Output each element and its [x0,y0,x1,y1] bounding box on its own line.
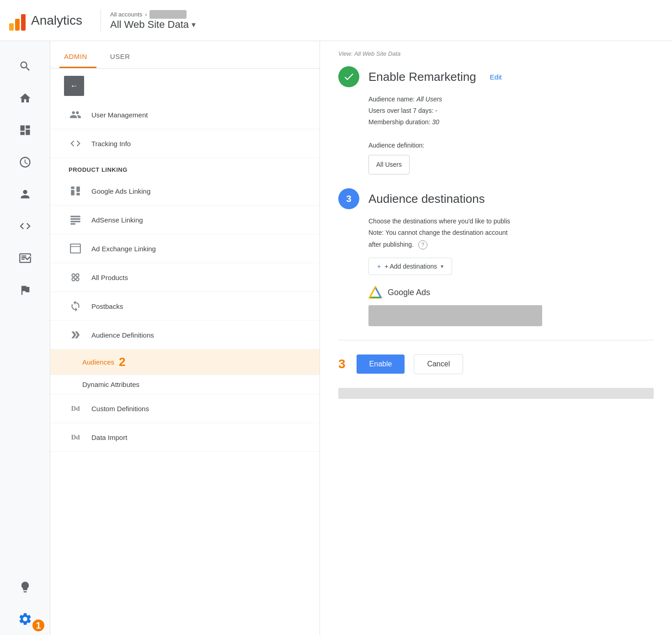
nav-audience[interactable] [0,178,50,210]
edit-link[interactable]: Edit [490,73,502,81]
data-import-label: Data Import [91,434,127,441]
submenu-dynamic-attributes[interactable]: Dynamic Attributes [50,375,320,394]
site-data-selector[interactable]: All Web Site Data ▾ [110,19,196,31]
icon-nav: 1 [0,41,50,635]
remarketing-details: Audience name: All Users Users over last… [368,94,654,175]
nav-search[interactable] [0,50,50,82]
menu-adsense-linking[interactable]: AdSense Linking [50,206,320,234]
nav-realtime[interactable] [0,146,50,178]
step-1-badge: 1 [32,619,44,631]
svg-rect-4 [70,216,80,217]
action-row: 3 Enable Cancel [338,354,654,374]
google-ads-account-bar [368,305,542,326]
nav-discover[interactable] [0,571,50,603]
svg-point-12 [72,278,75,281]
nav-behavior[interactable] [0,242,50,274]
cancel-button[interactable]: Cancel [414,354,463,374]
step-check-circle [338,66,359,87]
menu-tracking-info[interactable]: Tracking Info [50,129,320,158]
logo-bar-3 [21,14,26,31]
svg-rect-6 [70,221,80,222]
product-linking-section: PRODUCT LINKING [50,158,320,177]
adsense-linking-label: AdSense Linking [91,216,143,224]
svg-rect-7 [70,223,75,225]
ad-exchange-linking-icon [69,242,82,255]
main-layout: 1 ADMIN USER ← User Management Tracking … [0,41,672,635]
google-ads-name: Google Ads [388,288,430,297]
nav-admin[interactable]: 1 [0,603,50,635]
app-title: Analytics [31,13,82,28]
google-ads-linking-icon [69,184,82,198]
svg-line-19 [370,287,375,297]
tab-admin[interactable]: ADMIN [59,53,96,68]
tab-user[interactable]: USER [106,53,139,68]
menu-all-products[interactable]: All Products [50,263,320,292]
audience-destinations-title: Audience destinations [368,192,485,206]
google-ads-destination: Google Ads [368,286,654,326]
adsense-linking-icon [69,213,82,227]
all-products-icon [69,270,82,284]
step-remarketing-header: Enable Remarketing Edit [338,66,654,87]
postbacks-label: Postbacks [91,302,123,310]
analytics-logo [9,11,26,31]
submenu-audiences[interactable]: Audiences 2 [50,349,320,375]
menu-data-import[interactable]: Dd Data Import [50,423,320,452]
dynamic-attributes-label: Dynamic Attributes [82,381,139,388]
tracking-info-icon [69,137,82,150]
step-2-badge: 2 [119,355,125,369]
enable-button[interactable]: Enable [357,355,405,374]
all-accounts-breadcrumb[interactable]: All accounts › ███████ [110,10,196,19]
logo-bar-1 [9,23,14,31]
step-remarketing-section: Enable Remarketing Edit Audience name: A… [338,66,654,175]
logo-area: Analytics [9,11,82,31]
audience-definitions-label: Audience Definitions [91,331,154,339]
custom-definitions-label: Custom Definitions [91,405,149,413]
membership-row: Membership duration: 30 [368,116,654,128]
step-3-action-badge: 3 [338,357,346,371]
audience-destinations-header: 3 Audience destinations [338,188,654,209]
step-3-circle: 3 [338,188,359,209]
chevron-down-icon: ▾ [441,263,443,270]
divider [338,340,654,340]
breadcrumb: All accounts › ███████ All Web Site Data… [110,10,196,31]
menu-custom-definitions[interactable]: Dd Custom Definitions [50,394,320,423]
audience-dest-desc1: Choose the destinations where you'd like… [368,216,654,250]
audience-def-label: Audience definition: [368,140,654,151]
nav-acquisition[interactable] [0,210,50,242]
menu-user-management[interactable]: User Management [50,101,320,129]
view-label: View: All Web Site Data [338,50,654,57]
menu-ad-exchange-linking[interactable]: Ad Exchange Linking [50,234,320,263]
nav-dashboard[interactable] [0,114,50,146]
help-icon[interactable]: ? [418,240,427,249]
main-content: View: All Web Site Data Enable Remarketi… [320,41,672,635]
svg-line-18 [375,287,381,297]
nav-conversions[interactable] [0,274,50,306]
user-management-icon [69,108,82,122]
top-header: Analytics All accounts › ███████ All Web… [0,0,672,41]
nav-home[interactable] [0,82,50,114]
all-products-label: All Products [91,274,128,281]
admin-user-tabs: ADMIN USER [50,41,320,69]
audience-definitions-icon [69,328,82,342]
menu-postbacks[interactable]: Postbacks [50,292,320,321]
postbacks-icon [69,299,82,313]
custom-definitions-icon: Dd [69,402,82,415]
menu-google-ads-linking[interactable]: Google Ads Linking [50,177,320,206]
ad-exchange-linking-label: Ad Exchange Linking [91,245,156,253]
svg-marker-16 [370,287,381,297]
sidebar-panel: ADMIN USER ← User Management Tracking In… [50,41,320,635]
menu-audience-definitions[interactable]: Audience Definitions [50,321,320,349]
add-destinations-button[interactable]: + + Add destinations ▾ [368,258,452,275]
svg-rect-2 [76,186,80,192]
audience-def-value: All Users [368,155,410,175]
back-button[interactable]: ← [64,76,84,96]
svg-point-10 [72,274,75,277]
svg-rect-1 [71,190,75,196]
users-row: Users over last 7 days: - [368,105,654,116]
logo-bar-2 [15,19,20,31]
audience-name-row: Audience name: All Users [368,94,654,105]
google-ads-linking-label: Google Ads Linking [91,187,150,195]
audiences-label: Audiences [82,358,114,366]
svg-rect-3 [76,193,80,195]
user-management-label: User Management [91,111,148,119]
